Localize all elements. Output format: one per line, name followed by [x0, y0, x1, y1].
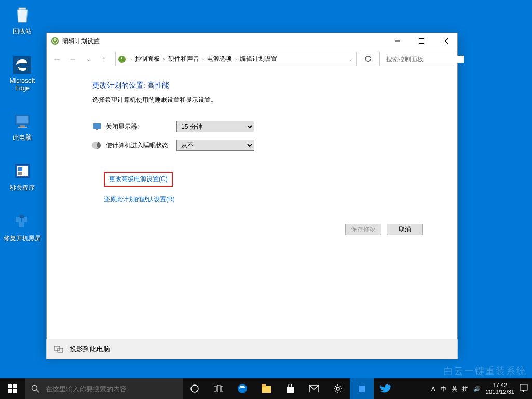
breadcrumb-edit-plan[interactable]: 编辑计划设置	[238, 54, 279, 63]
svg-rect-28	[13, 384, 17, 388]
monitor-icon	[92, 122, 102, 131]
svg-line-32	[36, 390, 39, 392]
desktop-icon-recycle-bin[interactable]: 回收站	[3, 4, 42, 36]
maximize-button[interactable]	[410, 33, 433, 49]
refresh-button[interactable]	[361, 52, 375, 66]
sleep-select[interactable]: 从不	[176, 140, 254, 151]
svg-rect-3	[17, 116, 28, 123]
twitter-icon[interactable]	[374, 378, 398, 399]
task-view-icon[interactable]	[207, 378, 230, 399]
app-taskbar-icon[interactable]	[350, 378, 374, 399]
svg-rect-13	[20, 215, 24, 218]
svg-point-33	[191, 385, 198, 392]
desktop-icon-label: Microsoft Edge	[3, 77, 42, 92]
svg-rect-29	[8, 389, 12, 393]
forward-button[interactable]: →	[65, 52, 80, 66]
svg-rect-44	[520, 384, 527, 390]
restore-defaults-link[interactable]: 还原此计划的默认设置(R)	[104, 196, 175, 203]
svg-rect-12	[19, 222, 24, 227]
page-description: 选择希望计算机使用的睡眠设置和显示设置。	[92, 95, 440, 104]
mail-icon[interactable]	[302, 378, 326, 399]
chevron-right-icon: ›	[201, 56, 205, 62]
back-button[interactable]: ←	[50, 52, 64, 66]
settings-taskbar-icon[interactable]	[326, 378, 350, 399]
power-icon	[118, 55, 126, 63]
tray-lang1[interactable]: 中	[441, 385, 446, 393]
taskbar-search[interactable]	[25, 378, 183, 399]
minimize-button[interactable]	[386, 33, 410, 49]
svg-rect-0	[19, 8, 26, 10]
setting-display-off: 关闭显示器: 15 分钟	[92, 121, 440, 132]
navigation-bar: ← → ⌄ ↑ › 控制面板 › 硬件和声音 › 电源选项 › 编辑计划设置 ⌄	[47, 49, 457, 68]
breadcrumb-power[interactable]: 电源选项	[205, 54, 234, 63]
fix-blackscreen-icon	[12, 211, 33, 232]
desktop-icon-label: 此电脑	[13, 133, 32, 142]
tray-ime[interactable]: 拼	[462, 385, 468, 393]
desktop-icon-label: 修复开机黑屏	[4, 234, 41, 243]
chevron-right-icon: ›	[129, 56, 133, 62]
recent-dropdown[interactable]: ⌄	[81, 52, 96, 66]
svg-rect-9	[18, 172, 22, 175]
cortana-icon[interactable]	[183, 378, 207, 399]
quick-close-icon	[12, 161, 33, 182]
page-title: 更改计划的设置: 高性能	[92, 81, 440, 90]
file-explorer-icon[interactable]	[254, 378, 278, 399]
settings-window-slice[interactable]: 投影到此电脑	[46, 339, 458, 359]
svg-rect-22	[93, 123, 101, 129]
system-tray: ᐱ 中 英 拼 🔊 17:42 2019/12/31	[427, 382, 532, 395]
content-area: 更改计划的设置: 高性能 选择希望计算机使用的睡眠设置和显示设置。 关闭显示器:…	[47, 68, 457, 354]
svg-rect-23	[96, 129, 98, 130]
breadcrumb-hardware[interactable]: 硬件和声音	[166, 54, 201, 63]
taskbar-search-input[interactable]	[46, 385, 176, 393]
display-off-select[interactable]: 15 分钟	[176, 121, 254, 132]
svg-rect-5	[18, 127, 27, 128]
desktop-icon-this-pc[interactable]: 此电脑	[3, 111, 42, 142]
svg-rect-4	[20, 125, 25, 127]
computer-icon	[12, 111, 33, 131]
search-box[interactable]	[379, 52, 454, 66]
svg-point-37	[238, 384, 247, 393]
svg-rect-36	[221, 386, 223, 391]
recycle-bin-icon	[12, 4, 33, 25]
setting-label: 使计算机进入睡眠状态:	[106, 141, 176, 150]
chevron-down-icon[interactable]: ⌄	[348, 56, 354, 62]
advanced-power-settings-link[interactable]: 更改高级电源设置(C)	[104, 172, 173, 187]
svg-rect-30	[13, 389, 17, 393]
notifications-icon[interactable]	[520, 384, 528, 393]
svg-rect-38	[262, 386, 271, 393]
desktop-icon-edge[interactable]: Microsoft Edge	[3, 54, 42, 92]
tray-chevron-icon[interactable]: ᐱ	[431, 386, 435, 392]
start-button[interactable]	[0, 378, 25, 399]
save-button[interactable]: 保存修改	[345, 224, 381, 235]
search-input[interactable]	[386, 56, 464, 63]
setting-sleep: 使计算机进入睡眠状态: 从不	[92, 140, 440, 151]
titlebar[interactable]: 编辑计划设置	[47, 33, 457, 49]
breadcrumb[interactable]: › 控制面板 › 硬件和声音 › 电源选项 › 编辑计划设置 ⌄	[115, 52, 357, 66]
chevron-right-icon: ›	[234, 56, 238, 62]
svg-rect-8	[18, 167, 22, 171]
svg-rect-34	[214, 386, 216, 391]
cancel-button[interactable]: 取消	[387, 224, 423, 235]
close-button[interactable]	[433, 33, 457, 49]
desktop-icon-quick-close[interactable]: 秒关程序	[3, 161, 42, 192]
clock[interactable]: 17:42 2019/12/31	[486, 382, 514, 395]
svg-point-42	[336, 387, 339, 390]
moon-icon	[92, 141, 102, 150]
store-icon[interactable]	[278, 378, 302, 399]
project-label: 投影到此电脑	[70, 345, 110, 354]
desktop-icon-label: 回收站	[13, 27, 32, 36]
edge-icon	[12, 54, 33, 75]
volume-icon[interactable]: 🔊	[473, 386, 481, 392]
svg-rect-16	[419, 39, 424, 44]
breadcrumb-control-panel[interactable]: 控制面板	[133, 54, 162, 63]
up-button[interactable]: ↑	[97, 52, 111, 66]
desktop-icon-fix-blackscreen[interactable]: 修复开机黑屏	[3, 211, 42, 243]
setting-label: 关闭显示器:	[106, 122, 176, 131]
power-icon	[51, 37, 59, 45]
control-panel-window: 编辑计划设置 ← → ⌄ ↑ › 控制面板 › 硬件和声音 › 电源选项 › 编…	[46, 33, 458, 355]
watermark-text: 白云一键重装系统	[444, 365, 527, 377]
tray-lang2[interactable]: 英	[452, 385, 457, 393]
project-icon	[54, 345, 63, 354]
edge-taskbar-icon[interactable]	[230, 378, 254, 399]
svg-rect-27	[8, 384, 12, 388]
